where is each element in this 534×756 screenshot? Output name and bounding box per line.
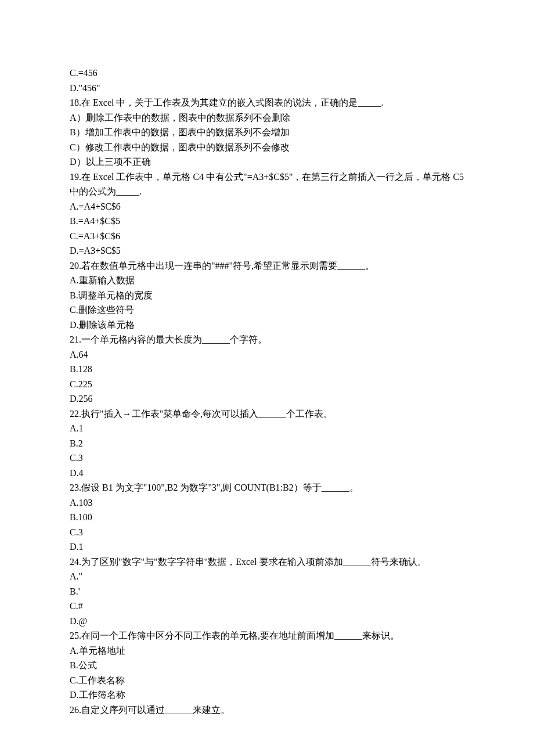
- option-text: C.删除这些符号: [70, 303, 464, 318]
- option-text: C.=A3+$C$6: [70, 229, 464, 244]
- question-text: 20.若在数值单元格中出现一连串的"###"符号,希望正常显示则需要______…: [70, 258, 464, 273]
- option-text: D."456": [70, 81, 464, 96]
- option-text: D.4: [70, 466, 464, 481]
- option-text: C.=456: [70, 66, 464, 81]
- option-text: D.删除该单元格: [70, 318, 464, 333]
- question-text: 21.一个单元格内容的最大长度为______个字符。: [70, 332, 464, 347]
- question-text: 18.在 Excel 中，关于工作表及为其建立的嵌入式图表的说法，正确的是___…: [70, 95, 464, 110]
- option-text: C.工作表名称: [70, 673, 464, 688]
- option-text: B.': [70, 584, 464, 599]
- option-text: D.工作簿名称: [70, 687, 464, 703]
- question-text: 23.假设 B1 为文字"100",B2 为数字"3",则 COUNT(B1:B…: [70, 480, 464, 495]
- option-text: A.1: [70, 421, 464, 436]
- question-text: 25.在同一个工作簿中区分不同工作表的单元格,要在地址前面增加______来标识…: [70, 628, 464, 643]
- option-text: D.=A3+$C$5: [70, 243, 464, 258]
- option-text: C.3: [70, 451, 464, 466]
- document-page: C.=456 D."456" 18.在 Excel 中，关于工作表及为其建立的嵌…: [0, 0, 534, 756]
- option-text: D.1: [70, 539, 464, 555]
- option-text: A.=A4+$C$6: [70, 199, 464, 214]
- option-text: A.103: [70, 495, 464, 510]
- option-text: B.100: [70, 510, 464, 525]
- question-text: 24.为了区别"数字"与"数字字符串"数据，Excel 要求在输入项前添加___…: [70, 555, 464, 570]
- question-text: 22.执行"插入→工作表"菜单命令,每次可以插入______个工作表。: [70, 406, 464, 422]
- option-text: D.@: [70, 614, 464, 629]
- option-text: A.": [70, 569, 464, 584]
- option-text: C.225: [70, 377, 464, 392]
- option-text: A.64: [70, 347, 464, 362]
- option-text: B.2: [70, 436, 464, 451]
- option-text: C.3: [70, 525, 464, 540]
- option-text: A）删除工作表中的数据，图表中的数据系列不会删除: [70, 110, 464, 125]
- option-text: B.=A4+$C$5: [70, 214, 464, 229]
- option-text: A.单元格地址: [70, 643, 464, 658]
- option-text: C.#: [70, 599, 464, 614]
- option-text: D.256: [70, 391, 464, 406]
- option-text: B.公式: [70, 658, 464, 673]
- option-text: D）以上三项不正确: [70, 154, 464, 170]
- option-text: C）修改工作表中的数据，图表中的数据系列不会修改: [70, 140, 464, 155]
- option-text: A.重新输入数据: [70, 273, 464, 288]
- option-text: B.调整单元格的宽度: [70, 288, 464, 303]
- question-text: 19.在 Excel 工作表中，单元格 C4 中有公式"=A3+$C$5"，在第…: [70, 170, 464, 199]
- option-text: B.128: [70, 362, 464, 377]
- option-text: B）增加工作表中的数据，图表中的数据系列不会增加: [70, 125, 464, 140]
- question-text: 26.自定义序列可以通过______来建立。: [70, 703, 464, 718]
